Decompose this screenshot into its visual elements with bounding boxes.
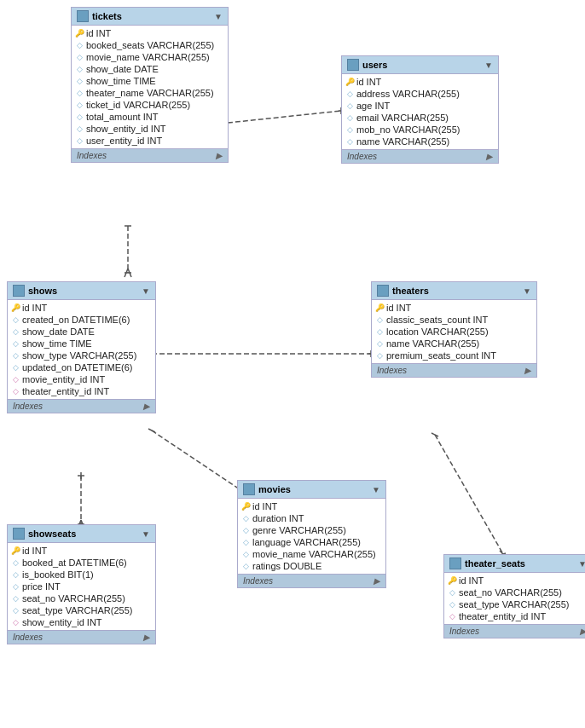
footer-arrow[interactable]: ▶ — [374, 576, 380, 586]
diamond-icon: ◇ — [11, 315, 20, 324]
showseats-header: showseats ▼ — [8, 525, 155, 543]
field-text: name VARCHAR(255) — [386, 338, 479, 349]
diagram-container: tickets ▼ 🔑id INT ◇booked_seats VARCHAR(… — [0, 0, 585, 728]
movies-header: movies ▼ — [238, 481, 385, 499]
field-row: ◇updated_on DATETIME(6) — [8, 361, 155, 373]
footer-arrow[interactable]: ▶ — [486, 152, 493, 161]
diamond-icon: ◇ — [11, 363, 20, 372]
field-row: ◇premium_seats_count INT — [372, 350, 536, 361]
field-row: ◇duration INT — [238, 512, 385, 524]
users-indexes-label: Indexes — [347, 152, 377, 161]
field-row: ◇show_time TIME — [72, 75, 228, 87]
theaters-arrow[interactable]: ▼ — [523, 286, 531, 296]
diamond-icon: ◇ — [448, 600, 456, 609]
tickets-arrow[interactable]: ▼ — [214, 12, 223, 21]
theater-seats-header: theater_seats ▼ — [444, 555, 585, 573]
users-header: users ▼ — [342, 56, 498, 74]
theaters-indexes-label: Indexes — [377, 366, 407, 375]
shows-title: shows — [28, 286, 57, 296]
diamond-icon: ◇ — [75, 136, 84, 145]
svg-line-22 — [148, 429, 155, 432]
footer-arrow[interactable]: ▶ — [143, 402, 150, 411]
key-icon: 🔑 — [241, 502, 250, 511]
field-row: ◇movie_name VARCHAR(255) — [72, 51, 228, 63]
field-row: ◇seat_no VARCHAR(255) — [444, 586, 585, 598]
field-text: price INT — [22, 581, 61, 592]
movies-footer: Indexes ▶ — [238, 574, 385, 587]
field-row: ◇booked_at DATETIME(6) — [8, 557, 155, 569]
field-text: seat_type VARCHAR(255) — [22, 605, 132, 615]
field-text: theater_name VARCHAR(255) — [86, 88, 214, 98]
field-row: 🔑id INT — [72, 27, 228, 39]
diamond-icon: ◇ — [241, 562, 250, 570]
field-row: ◇booked_seats VARCHAR(255) — [72, 39, 228, 51]
field-text: name VARCHAR(255) — [356, 136, 449, 147]
diamond-icon: ◇ — [448, 588, 456, 597]
field-row: 🔑id INT — [444, 575, 585, 586]
field-text: seat_no VARCHAR(255) — [459, 587, 562, 598]
field-text: mob_no VARCHAR(255) — [356, 124, 460, 135]
diamond-icon: ◇ — [241, 538, 250, 546]
movies-title: movies — [258, 484, 291, 494]
users-title: users — [362, 60, 387, 70]
diamond-icon: ◇ — [11, 327, 20, 336]
field-row: ◇language VARCHAR(255) — [238, 536, 385, 548]
users-arrow[interactable]: ▼ — [484, 61, 493, 70]
field-text: updated_on DATETIME(6) — [22, 362, 132, 373]
theater-seats-arrow[interactable]: ▼ — [578, 559, 585, 569]
diamond-pink-icon: ◇ — [448, 612, 456, 621]
shows-table: shows ▼ 🔑id INT ◇created_on DATETIME(6) … — [7, 281, 156, 413]
diamond-icon: ◇ — [11, 558, 20, 567]
field-text: is_booked BIT(1) — [22, 569, 94, 580]
footer-arrow[interactable]: ▶ — [580, 627, 585, 636]
field-row: 🔑id INT — [372, 302, 536, 314]
svg-line-21 — [152, 430, 247, 494]
key-icon: 🔑 — [11, 546, 20, 555]
movies-arrow[interactable]: ▼ — [372, 485, 380, 494]
tickets-indexes-label: Indexes — [77, 151, 107, 160]
theaters-table: theaters ▼ 🔑id INT ◇classic_seats_count … — [371, 281, 537, 378]
field-text: ticket_id VARCHAR(255) — [86, 100, 190, 110]
movies-body: 🔑id INT ◇duration INT ◇genre VARCHAR(255… — [238, 499, 385, 574]
footer-arrow[interactable]: ▶ — [524, 366, 531, 375]
field-text: theater_entity_id INT — [22, 386, 109, 396]
field-row: ◇user_entity_id INT — [72, 135, 228, 147]
footer-arrow[interactable]: ▶ — [216, 151, 223, 160]
field-text: movie_name VARCHAR(255) — [86, 52, 210, 62]
field-row: 🔑id INT — [8, 545, 155, 557]
field-text: language VARCHAR(255) — [252, 537, 361, 547]
field-text: age INT — [356, 101, 390, 111]
field-text: id INT — [356, 77, 381, 87]
diamond-icon: ◇ — [11, 351, 20, 360]
theater-seats-title: theater_seats — [465, 558, 525, 569]
theaters-title: theaters — [392, 286, 429, 296]
field-row: 🔑id INT — [238, 500, 385, 512]
tickets-body: 🔑id INT ◇booked_seats VARCHAR(255) ◇movi… — [72, 26, 228, 148]
field-text: id INT — [252, 501, 277, 511]
showseats-arrow[interactable]: ▼ — [142, 529, 150, 539]
field-row: ◇theater_entity_id INT — [444, 610, 585, 622]
key-icon: 🔑 — [11, 303, 20, 312]
field-row: ◇theater_entity_id INT — [8, 385, 155, 397]
diamond-icon: ◇ — [11, 594, 20, 603]
field-row: ◇show_entity_id INT — [8, 616, 155, 628]
field-text: show_time TIME — [86, 76, 156, 86]
theaters-icon — [377, 285, 389, 297]
shows-header: shows ▼ — [8, 282, 155, 300]
field-text: booked_seats VARCHAR(255) — [86, 40, 214, 50]
field-text: show_time TIME — [22, 338, 92, 349]
field-row: ◇theater_name VARCHAR(255) — [72, 87, 228, 99]
field-row: ◇show_type VARCHAR(255) — [8, 350, 155, 361]
field-text: ratings DOUBLE — [252, 561, 321, 571]
users-icon — [347, 59, 359, 71]
field-text: movie_entity_id INT — [22, 374, 105, 384]
diamond-icon: ◇ — [75, 77, 84, 85]
diamond-icon: ◇ — [75, 65, 84, 73]
footer-arrow[interactable]: ▶ — [143, 633, 150, 642]
field-text: premium_seats_count INT — [386, 350, 496, 361]
diamond-icon: ◇ — [75, 101, 84, 109]
key-icon: 🔑 — [75, 29, 84, 38]
field-row: ◇show_time TIME — [8, 338, 155, 350]
shows-arrow[interactable]: ▼ — [142, 286, 150, 296]
field-row: 🔑id INT — [342, 76, 498, 88]
